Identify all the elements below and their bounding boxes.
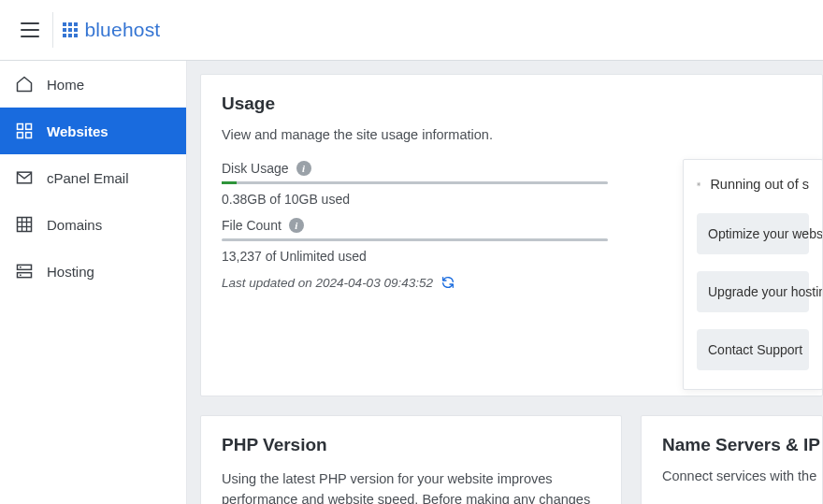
sidebar-item-label: Home (47, 77, 84, 93)
sidebar-item-cpanel-email[interactable]: cPanel Email (0, 154, 186, 201)
sidebar-item-label: Hosting (47, 264, 94, 280)
svg-rect-3 (18, 124, 23, 130)
sidebar-item-domains[interactable]: Domains (0, 201, 186, 248)
svg-rect-5 (18, 133, 23, 138)
info-icon[interactable]: i (296, 161, 311, 176)
suggestion-optimize[interactable]: Optimize your websi (697, 213, 809, 254)
disk-usage-bar (222, 181, 608, 184)
php-title: PHP Version (222, 435, 600, 455)
file-count-label-row: File Count i (222, 218, 610, 233)
topbar: bluehost (0, 0, 823, 61)
apps-icon (15, 122, 34, 140)
brand-name: bluehost (84, 19, 160, 41)
php-version-card: PHP Version Using the latest PHP version… (200, 415, 622, 504)
nameservers-desc: Connect services with the (662, 468, 822, 483)
disk-usage-value: 0.38GB of 10GB used (222, 192, 610, 207)
usage-card: Usage View and manage the site usage inf… (200, 74, 823, 396)
disk-usage-fill (222, 181, 237, 184)
php-desc: Using the latest PHP version for your we… (222, 468, 600, 504)
menu-toggle-button[interactable] (11, 11, 49, 49)
sidebar: Home Websites cPanel Email (0, 61, 187, 504)
svg-point-17 (698, 183, 700, 185)
svg-rect-4 (26, 124, 32, 130)
refresh-button[interactable] (440, 275, 455, 290)
disk-usage-label: Disk Usage (222, 161, 289, 176)
sidebar-item-hosting[interactable]: Hosting (0, 248, 186, 295)
lightbulb-icon (697, 176, 700, 193)
svg-rect-14 (18, 273, 32, 278)
hamburger-icon (21, 22, 39, 37)
last-updated-text: Last updated on 2024-04-03 09:43:52 (222, 276, 433, 290)
info-icon[interactable]: i (289, 218, 304, 233)
server-icon (15, 262, 34, 281)
file-count-value: 13,237 of Unlimited used (222, 249, 610, 264)
topbar-divider (52, 12, 53, 48)
sidebar-item-label: Domains (47, 217, 102, 233)
svg-rect-6 (26, 133, 32, 138)
brand-glyph-icon (63, 22, 78, 37)
svg-rect-8 (18, 218, 32, 232)
suggestion-support[interactable]: Contact Support (697, 329, 809, 370)
usage-title: Usage (222, 94, 801, 114)
sidebar-item-home[interactable]: Home (0, 61, 186, 108)
brand-logo[interactable]: bluehost (63, 19, 160, 41)
mail-icon (15, 168, 34, 187)
nameservers-card: Name Servers & IP A Connect services wit… (641, 415, 823, 504)
sidebar-item-websites[interactable]: Websites (0, 108, 186, 154)
sidebar-item-label: Websites (47, 123, 108, 139)
suggestions-heading: Running out of s (710, 177, 809, 192)
nameservers-title: Name Servers & IP A (662, 435, 822, 455)
main-content: Usage View and manage the site usage inf… (187, 61, 823, 504)
grid-icon (15, 215, 34, 234)
refresh-icon (440, 275, 455, 290)
last-updated-row: Last updated on 2024-04-03 09:43:52 (222, 275, 610, 290)
svg-rect-13 (18, 265, 32, 269)
suggestions-panel: Running out of s Optimize your websi Upg… (683, 159, 823, 390)
home-icon (15, 75, 34, 94)
usage-subtitle: View and manage the site usage informati… (222, 127, 801, 142)
suggestion-upgrade[interactable]: Upgrade your hostin (697, 271, 809, 312)
disk-usage-label-row: Disk Usage i (222, 161, 610, 176)
file-count-label: File Count (222, 218, 282, 233)
file-count-bar (222, 238, 608, 241)
sidebar-item-label: cPanel Email (47, 170, 129, 186)
suggestions-heading-row: Running out of s (697, 176, 809, 193)
